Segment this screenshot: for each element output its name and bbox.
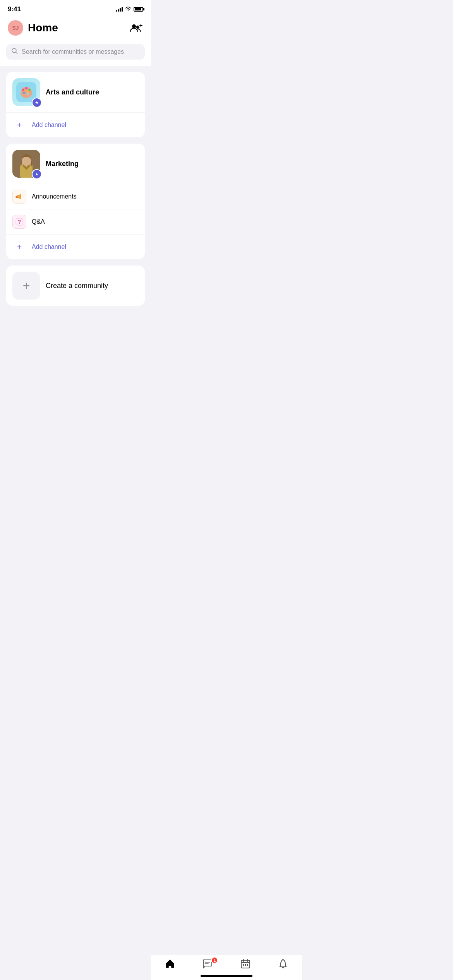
wifi-icon xyxy=(125,7,131,12)
add-channel-icon-arts: + xyxy=(12,118,26,132)
page-title: Home xyxy=(28,22,58,34)
channel-qa[interactable]: ? Q&A xyxy=(6,209,145,235)
create-community-card[interactable]: + Create a community xyxy=(6,266,145,306)
status-bar: 9:41 xyxy=(0,0,151,16)
status-icons xyxy=(116,7,143,12)
header-left: SJ Home xyxy=(8,20,58,36)
search-bar[interactable]: Search for communities or messages xyxy=(6,44,145,60)
announcements-channel-name: Announcements xyxy=(32,193,77,200)
create-community-icon: + xyxy=(12,272,40,300)
header: SJ Home xyxy=(0,16,151,41)
community-header-marketing[interactable]: Marketing xyxy=(6,144,145,184)
create-community-label: Create a community xyxy=(46,282,108,290)
search-container: Search for communities or messages xyxy=(0,41,151,66)
add-community-icon xyxy=(129,22,143,33)
add-channel-label-marketing: Add channel xyxy=(32,243,66,250)
community-badge-arts xyxy=(32,98,42,108)
svg-point-14 xyxy=(23,92,25,94)
qa-channel-name: Q&A xyxy=(32,218,45,225)
qa-icon: ? xyxy=(12,215,26,229)
svg-text:?: ? xyxy=(18,219,21,225)
community-card-marketing: Marketing Announcements ? Q&A xyxy=(6,144,145,259)
svg-point-10 xyxy=(27,93,29,95)
add-channel-icon-marketing: + xyxy=(12,240,26,254)
search-icon xyxy=(12,48,18,56)
add-channel-label-arts: Add channel xyxy=(32,122,66,128)
marketing-community-name: Marketing xyxy=(46,160,79,168)
arts-community-name: Arts and culture xyxy=(46,88,99,96)
battery-icon xyxy=(134,7,143,12)
status-time: 9:41 xyxy=(8,5,21,13)
add-channel-marketing[interactable]: + Add channel xyxy=(6,235,145,259)
search-placeholder: Search for communities or messages xyxy=(22,48,124,55)
main-content: Arts and culture + Add channel xyxy=(0,66,151,344)
svg-point-0 xyxy=(132,24,136,28)
community-icon-wrap-marketing xyxy=(12,150,40,178)
avatar[interactable]: SJ xyxy=(8,20,23,36)
community-icon-wrap-arts xyxy=(12,78,40,106)
svg-point-15 xyxy=(27,90,29,93)
add-community-button[interactable] xyxy=(129,21,143,35)
svg-line-6 xyxy=(16,52,17,54)
add-channel-arts[interactable]: + Add channel xyxy=(6,113,145,137)
community-header-arts[interactable]: Arts and culture xyxy=(6,72,145,113)
community-card-arts: Arts and culture + Add channel xyxy=(6,72,145,137)
channel-announcements[interactable]: Announcements xyxy=(6,184,145,209)
svg-point-11 xyxy=(22,89,24,91)
signal-icon xyxy=(116,7,123,12)
community-badge-marketing xyxy=(32,169,42,179)
svg-point-12 xyxy=(25,87,27,89)
announcements-icon xyxy=(12,190,26,204)
